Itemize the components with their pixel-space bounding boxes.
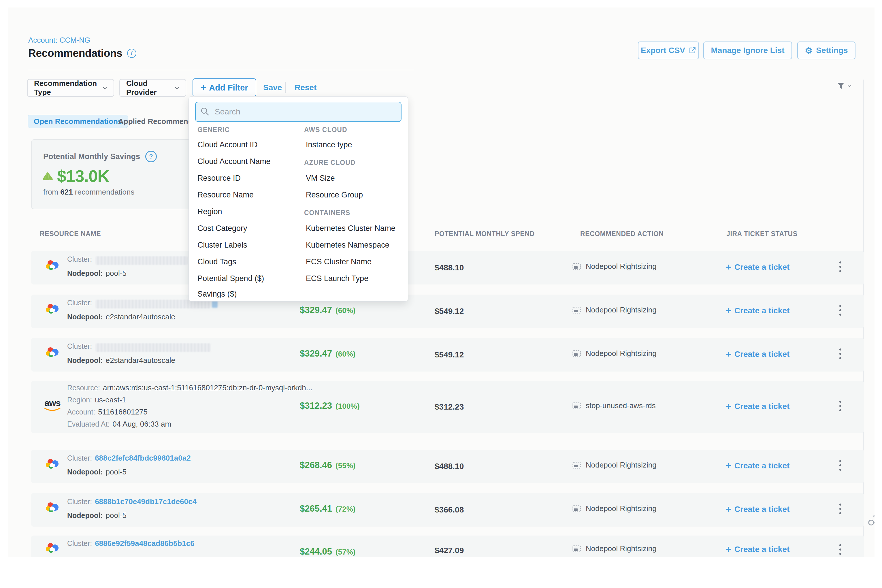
recommendation-type-icon	[572, 306, 582, 315]
resource-value: arn:aws:rds:us-east-1:511616801275:db:zn…	[103, 383, 312, 392]
dropdown-item[interactable]: Instance type	[306, 140, 352, 149]
row-menu-button[interactable]	[838, 346, 843, 362]
savings-percent: (60%)	[336, 306, 356, 315]
manage-ignore-list-button[interactable]: Manage Ignore List	[703, 42, 792, 59]
save-filter-button[interactable]: Save	[263, 83, 282, 92]
row-menu-button[interactable]	[838, 398, 843, 414]
settings-label: Settings	[816, 46, 848, 55]
potential-monthly-spend-value: $488.10	[435, 263, 464, 272]
table-row[interactable]: Cluster:6888b1c70e49db17c1de60c4 Nodepoo…	[31, 493, 864, 526]
gcp-icon	[45, 542, 59, 555]
row-menu-button[interactable]	[838, 542, 843, 557]
aws-icon: aws	[43, 399, 62, 412]
row-menu-button[interactable]	[838, 458, 843, 473]
recommended-action-value: Nodepool Rightsizing	[586, 349, 657, 358]
column-header-recommended-action[interactable]: RECOMMENDED ACTION	[580, 230, 664, 238]
filter-panel-toggle[interactable]	[837, 82, 852, 90]
dropdown-item[interactable]: Region	[198, 207, 222, 216]
gcp-icon	[45, 303, 59, 315]
monthly-savings-value: $244.05	[300, 546, 332, 557]
create-ticket-link[interactable]: +Create a ticket	[726, 305, 789, 316]
cluster-link[interactable]: 6888b1c70e49db17c1de60c4	[95, 497, 196, 506]
redacted-cluster-name	[95, 343, 211, 352]
dropdown-section-azure-cloud: AZURE CLOUD	[304, 159, 356, 166]
chevron-down-icon	[848, 85, 852, 87]
nodepool-label: Nodepool:	[67, 269, 103, 277]
create-ticket-link[interactable]: +Create a ticket	[726, 504, 789, 515]
dropdown-item[interactable]: Kubernetes Namespace	[306, 241, 389, 250]
resource-label: Resource:	[67, 384, 100, 392]
dropdown-item[interactable]: ECS Cluster Name	[306, 257, 372, 266]
potential-monthly-spend-value: $427.09	[435, 546, 464, 555]
savings-percent: (72%)	[336, 505, 356, 514]
cloud-provider-filter[interactable]: Cloud Provider	[119, 79, 186, 97]
column-header-jira-ticket-status[interactable]: JIRA TICKET STATUS	[726, 230, 798, 238]
nodepool-label: Nodepool:	[67, 468, 103, 476]
evaluated-at-label: Evaluated At:	[67, 420, 110, 428]
recommendation-type-filter[interactable]: Recommendation Type	[27, 79, 114, 97]
nodepool-label: Nodepool:	[67, 313, 103, 321]
help-icon[interactable]: ?	[145, 151, 157, 162]
potential-monthly-spend-value: $366.08	[435, 505, 464, 514]
cluster-label: Cluster:	[67, 454, 92, 462]
add-filter-button[interactable]: + Add Filter	[192, 78, 256, 97]
reset-filter-button[interactable]: Reset	[295, 83, 316, 92]
create-ticket-link[interactable]: +Create a ticket	[726, 348, 789, 360]
dropdown-item[interactable]: Cluster Labels	[198, 241, 247, 250]
export-csv-label: Export CSV	[641, 46, 685, 55]
cluster-link[interactable]: 6886e92f59a48cad86b5b1c6	[95, 539, 195, 548]
create-ticket-link[interactable]: +Create a ticket	[726, 400, 789, 412]
table-row[interactable]: Cluster:6886e92f59a48cad86b5b1c6 $244.05…	[31, 536, 864, 557]
column-header-potential-monthly-spend[interactable]: POTENTIAL MONTHLY SPEND	[435, 230, 535, 238]
gcp-icon	[45, 259, 59, 272]
table-row[interactable]: Cluster: Nodepool:e2standar4autoscale $3…	[31, 295, 864, 328]
row-menu-button[interactable]	[838, 303, 843, 318]
dropdown-item[interactable]: Cloud Account ID	[198, 140, 258, 149]
create-ticket-link[interactable]: +Create a ticket	[726, 544, 789, 555]
row-menu-button[interactable]	[838, 259, 843, 274]
recommendation-type-icon	[572, 504, 582, 513]
row-menu-button[interactable]	[838, 501, 843, 516]
savings-percent: (60%)	[336, 350, 356, 358]
dropdown-item[interactable]: Resource Name	[198, 190, 254, 200]
tab-open-label: Open Recommendations	[34, 117, 122, 126]
tab-open-recommendations[interactable]: Open Recommendations	[28, 115, 128, 128]
savings-subtext: from 621 recommendations	[43, 188, 135, 196]
potential-monthly-spend-value: $549.12	[435, 307, 464, 316]
table-row[interactable]: aws Resource:arn:aws:rds:us-east-1:51161…	[31, 381, 864, 433]
dropdown-item[interactable]: Kubernetes Cluster Name	[306, 224, 396, 233]
nodepool-value: e2standar4autoscale	[106, 312, 175, 321]
funnel-icon	[837, 82, 845, 90]
dropdown-item[interactable]: Savings ($)	[198, 290, 237, 298]
plus-icon: +	[726, 305, 732, 316]
dropdown-item[interactable]: Cloud Tags	[198, 257, 236, 266]
info-icon[interactable]: i	[127, 49, 136, 58]
filter-search-input[interactable]	[195, 102, 402, 122]
cluster-label: Cluster:	[67, 342, 92, 350]
create-ticket-link[interactable]: +Create a ticket	[726, 460, 789, 471]
table-row[interactable]: Cluster: Nodepool:pool-5 $488.10 Nodepoo…	[31, 251, 864, 285]
table-row[interactable]: Cluster:688c2fefc84fbdc99801a0a2 Nodepoo…	[31, 450, 864, 483]
potential-monthly-spend-value: $549.12	[435, 350, 464, 359]
dropdown-section-generic: GENERIC	[198, 126, 230, 134]
dropdown-item[interactable]: Cloud Account Name	[198, 157, 271, 166]
cluster-link[interactable]: 688c2fefc84fbdc99801a0a2	[95, 454, 190, 462]
account-breadcrumb[interactable]: Account: CCM-NG	[28, 36, 90, 45]
dropdown-item[interactable]: VM Size	[306, 174, 335, 183]
dropdown-item[interactable]: Potential Spend ($)	[198, 274, 264, 283]
dropdown-item[interactable]: Resource Group	[306, 190, 363, 200]
settings-button[interactable]: ⚙ Settings	[797, 42, 855, 59]
column-header-resource-name[interactable]: RESOURCE NAME	[40, 230, 101, 238]
nodepool-value: pool-5	[106, 269, 126, 278]
dropdown-item[interactable]: Resource ID	[198, 174, 241, 183]
export-csv-button[interactable]: Export CSV	[638, 42, 699, 59]
plus-icon: +	[726, 261, 732, 273]
table-row[interactable]: Cluster: Nodepool:e2standar4autoscale $3…	[31, 338, 864, 372]
support-chat-icon[interactable]	[868, 515, 874, 528]
recommendation-type-icon	[572, 402, 582, 410]
dropdown-item[interactable]: Cost Category	[198, 224, 247, 233]
dropdown-item[interactable]: ECS Launch Type	[306, 274, 368, 283]
evaluated-at-value: 04 Aug, 06:33 am	[112, 420, 171, 428]
dropdown-section-containers: CONTAINERS	[304, 209, 350, 217]
create-ticket-link[interactable]: +Create a ticket	[726, 261, 789, 273]
